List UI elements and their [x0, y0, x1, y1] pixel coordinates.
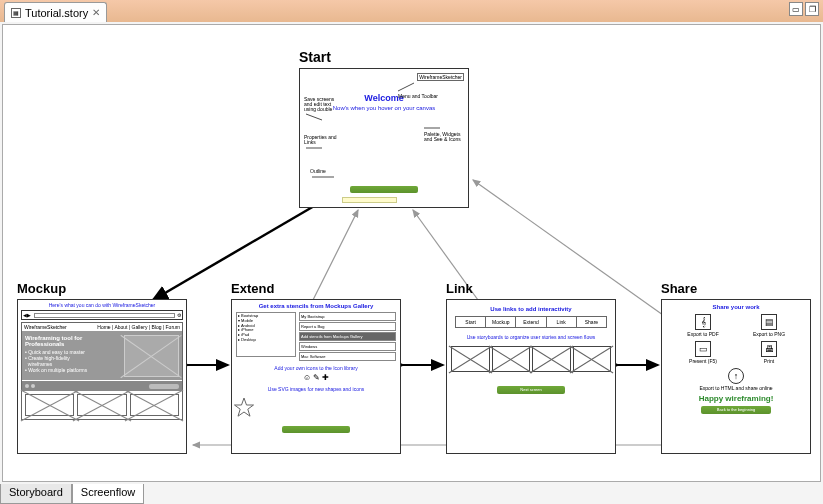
maximize-button[interactable]: ❐ — [805, 2, 819, 16]
node-title: Link — [446, 281, 616, 296]
button-bar: Start Mockup Extend Link Share — [455, 316, 607, 328]
node-share[interactable]: Share Share your work 𝄞Export to PDF ▤Ex… — [661, 281, 811, 454]
node-start[interactable]: Start WireframeSketcher Welcome Now's wh… — [299, 49, 469, 208]
node-title: Start — [299, 49, 469, 65]
node-thumbnail: Here's what you can do with WireframeSke… — [17, 299, 187, 454]
tab-storyboard[interactable]: Storyboard — [0, 484, 72, 504]
star-icon — [232, 396, 256, 420]
back-button: Back to the beginning — [701, 406, 771, 414]
close-tab-icon[interactable]: ✕ — [92, 7, 100, 18]
svg-line-8 — [398, 83, 414, 91]
green-button — [350, 186, 418, 193]
green-button — [282, 426, 350, 433]
print-icon: 🖶 — [761, 341, 777, 357]
editor-tab-bar: ▦ Tutorial.story ✕ ▭ ❐ — [0, 0, 823, 22]
bottom-tab-bar: Storyboard Screenflow — [0, 484, 144, 504]
node-title: Mockup — [17, 281, 187, 296]
placeholder-image — [124, 335, 179, 377]
file-tab[interactable]: ▦ Tutorial.story ✕ — [4, 2, 107, 22]
present-icon: ▭ — [695, 341, 711, 357]
node-mockup[interactable]: Mockup Here's what you can do with Wiref… — [17, 281, 187, 454]
node-link[interactable]: Link Use links to add interactivity Star… — [446, 281, 616, 454]
png-icon: ▤ — [761, 314, 777, 330]
svg-line-9 — [306, 114, 322, 120]
node-thumbnail: Share your work 𝄞Export to PDF ▤Export t… — [661, 299, 811, 454]
upload-icon: ↑ — [728, 368, 744, 384]
node-title: Share — [661, 281, 811, 296]
minimize-button[interactable]: ▭ — [789, 2, 803, 16]
happy-text: Happy wireframing! — [662, 394, 810, 403]
tab-screenflow[interactable]: Screenflow — [72, 484, 144, 504]
node-title: Extend — [231, 281, 401, 296]
sticky-note — [342, 197, 397, 203]
screenflow-canvas[interactable]: Start WireframeSketcher Welcome Now's wh… — [2, 24, 821, 482]
node-thumbnail: WireframeSketcher Welcome Now's when you… — [299, 68, 469, 208]
green-button: Next screen — [497, 386, 565, 394]
pdf-icon: 𝄞 — [695, 314, 711, 330]
node-extend[interactable]: Extend Get extra stencils from Mockups G… — [231, 281, 401, 454]
stencil-list: My Bootstrap Report a Bug Add stencils f… — [299, 312, 396, 361]
story-file-icon: ▦ — [11, 8, 21, 18]
app-label: WireframeSketcher — [417, 73, 464, 81]
tree-view: ▸ Bootstrap▾ Mobile ▸ Android ▸ iPhone ▸… — [236, 312, 296, 357]
node-thumbnail: Get extra stencils from Mockups Gallery … — [231, 299, 401, 454]
file-tab-label: Tutorial.story — [25, 7, 88, 19]
node-thumbnail: Use links to add interactivity Start Moc… — [446, 299, 616, 454]
